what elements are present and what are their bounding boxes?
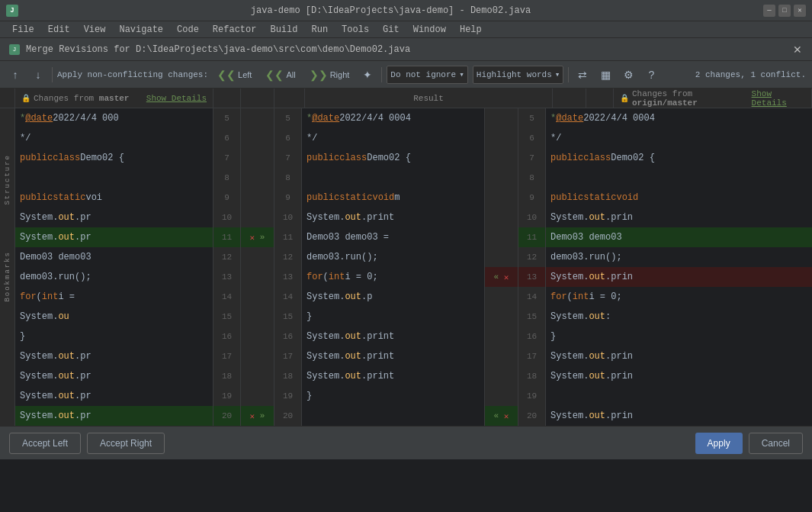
menu-refactor[interactable]: Refactor	[207, 23, 263, 37]
cell-cnum-11: 11	[274, 227, 302, 247]
cell-lctrl-20[interactable]: ✕ »	[241, 406, 274, 426]
table-row: */ 6 6 */ 6 */	[15, 128, 812, 148]
result-label: Result	[413, 94, 444, 103]
highlight-dropdown[interactable]: Highlight words ▾	[473, 66, 564, 84]
table-row: public class Demo02 { 7 7 public class D…	[15, 148, 812, 168]
cell-lnum-7: 7	[213, 148, 241, 168]
cell-rnum-13: 13	[518, 267, 546, 287]
menu-help[interactable]: Help	[454, 23, 488, 37]
columns-button[interactable]: ▦	[596, 66, 615, 84]
settings-button[interactable]: ⚙	[619, 66, 637, 84]
menu-code[interactable]: Code	[171, 23, 205, 37]
table-row: System.ou 15 15 } 15 System.out:	[15, 307, 812, 327]
maximize-button[interactable]: □	[778, 5, 791, 17]
cell-center-7: public class Demo02 {	[302, 148, 485, 168]
table-row: System.out.pr 18 18 System.out.print 18 …	[15, 366, 812, 386]
close-button[interactable]: ✕	[794, 5, 806, 17]
dialog-close-button[interactable]: ✕	[792, 44, 803, 55]
x-button-13[interactable]: ✕	[504, 272, 509, 282]
menu-navigate[interactable]: Navigate	[113, 23, 169, 37]
accept-right-button[interactable]: Accept Right	[87, 433, 165, 454]
rows-container: * @date 2022/4/4 000 5 5 * @date 2022/4/…	[15, 108, 812, 426]
accept-right-arrow-20[interactable]: »	[255, 411, 265, 420]
cell-left-16: }	[15, 327, 213, 346]
cell-cnum-18: 18	[274, 366, 302, 386]
cell-rctrl-16	[485, 327, 518, 346]
cell-lnum-11: 11	[213, 227, 241, 247]
accept-left-arrow-13[interactable]: «	[494, 272, 504, 282]
accept-left-arrow-20[interactable]: «	[494, 411, 504, 420]
help-button[interactable]: ?	[642, 66, 660, 84]
apply-right-btn[interactable]: ❯❯ Right	[305, 66, 355, 84]
left-branch-label: Changes from master	[34, 94, 129, 103]
cell-center-11: Demo03 demo03 =	[302, 227, 485, 247]
cell-rctrl-13[interactable]: « ✕	[485, 267, 518, 287]
cell-right-17: System.out.prin	[546, 346, 812, 366]
cell-cnum-12: 12	[274, 247, 302, 267]
app-icon: J	[6, 5, 18, 17]
cell-left-13: demo03.run();	[15, 267, 213, 287]
menu-window[interactable]: Window	[407, 23, 452, 37]
menu-view[interactable]: View	[78, 23, 112, 37]
cell-center-9: public static void m	[302, 188, 485, 208]
right-show-details[interactable]: Show Details	[752, 89, 805, 108]
x-button-11[interactable]: ✕	[250, 233, 255, 243]
apply-left-btn[interactable]: ❮❮ Left	[213, 66, 256, 84]
apply-all-btn[interactable]: ❮❮ All	[261, 66, 300, 84]
cell-cnum-19: 19	[274, 386, 302, 406]
cell-right-15: System.out:	[546, 307, 812, 327]
apply-button[interactable]: Apply	[695, 433, 743, 454]
cell-rctrl-5	[485, 108, 518, 128]
bookmarks-label: Bookmarks	[4, 251, 11, 302]
left-arrow-icon: ❮❮	[217, 69, 236, 81]
menu-tools[interactable]: Tools	[335, 23, 375, 37]
accept-right-arrow-11[interactable]: »	[255, 233, 265, 242]
cell-lctrl-9	[241, 188, 274, 208]
title-bar: J java-demo [D:\IdeaProjects\java-demo] …	[0, 0, 812, 21]
cell-center-15: }	[302, 307, 485, 327]
cell-right-6: */	[546, 128, 812, 148]
table-row: public static voi 9 9 public static void…	[15, 188, 812, 208]
table-row: System.out.pr 20 ✕ » 20 « ✕ 20 System.ou…	[15, 406, 812, 426]
next-change-button[interactable]: ↓	[29, 66, 47, 84]
cell-cnum-10: 10	[274, 208, 302, 227]
left-show-details[interactable]: Show Details	[146, 94, 207, 103]
ignore-dropdown[interactable]: Do not ignore ▾	[387, 66, 467, 84]
cell-rnum-10: 10	[518, 208, 546, 227]
cell-rctrl-17	[485, 346, 518, 366]
minimize-button[interactable]: ─	[763, 5, 775, 17]
menu-build[interactable]: Build	[264, 23, 303, 37]
highlight-dropdown-arrow: ▾	[555, 69, 560, 79]
x-button-20-left[interactable]: ✕	[250, 411, 255, 421]
cell-lnum-6: 6	[213, 128, 241, 148]
cell-rnum-11: 11	[518, 227, 546, 247]
cell-lnum-10: 10	[213, 208, 241, 227]
prev-change-button[interactable]: ↑	[6, 66, 24, 84]
highlight-dropdown-label: Highlight words	[477, 70, 552, 79]
accept-left-button[interactable]: Accept Left	[9, 433, 81, 454]
cell-rctrl-20[interactable]: « ✕	[485, 406, 518, 426]
x-button-20-right[interactable]: ✕	[504, 411, 509, 421]
sync-button[interactable]: ⇄	[573, 66, 592, 84]
menu-file[interactable]: File	[6, 23, 40, 37]
menu-run[interactable]: Run	[305, 23, 334, 37]
cell-left-10: System.out.pr	[15, 208, 213, 227]
magic-button[interactable]: ✦	[358, 66, 377, 84]
cell-rctrl-9	[485, 188, 518, 208]
left-vtoolbar: Structure Bookmarks	[0, 108, 15, 426]
table-row: System.out.pr 11 ✕ » 11 Demo03 demo03 = …	[15, 227, 812, 247]
cancel-button[interactable]: Cancel	[749, 433, 803, 454]
table-row: System.out.pr 10 10 System.out.print 10 …	[15, 208, 812, 227]
cell-lctrl-10	[241, 208, 274, 227]
cell-rnum-7: 7	[518, 148, 546, 168]
cell-center-19: }	[302, 386, 485, 406]
all-arrow-icon: ❮❮	[265, 69, 284, 81]
cell-lctrl-11[interactable]: ✕ »	[241, 227, 274, 247]
cell-right-20: System.out.prin	[546, 406, 812, 426]
cell-right-5: * @date 2022/4/4 0004	[546, 108, 812, 128]
cell-lnum-14: 14	[213, 287, 241, 307]
menu-edit[interactable]: Edit	[42, 23, 76, 37]
cell-center-12: demo03.run();	[302, 247, 485, 267]
menu-git[interactable]: Git	[377, 23, 406, 37]
cell-left-20: System.out.pr	[15, 406, 213, 426]
